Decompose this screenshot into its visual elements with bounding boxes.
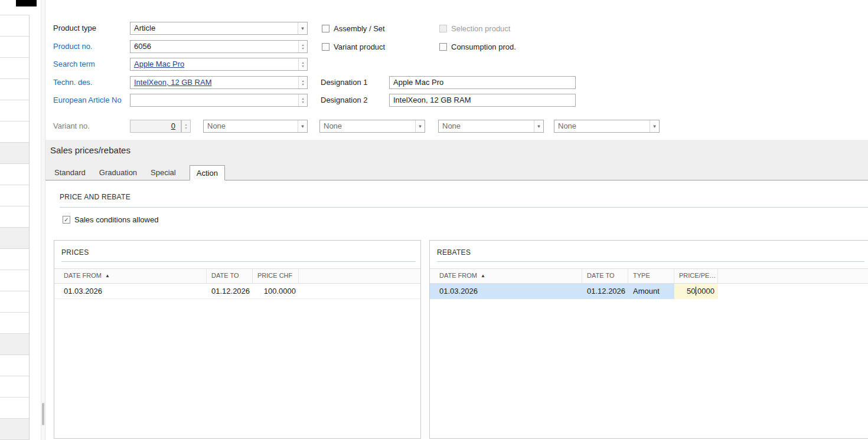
consumption-prod-checkbox[interactable]: Consumption prod.: [439, 42, 516, 51]
rebate-price-cell-editor[interactable]: 50.0000: [674, 284, 718, 299]
list-row[interactable]: [0, 164, 29, 185]
dropdown-arrow-icon[interactable]: ▾: [298, 22, 307, 34]
list-row[interactable]: [0, 249, 29, 270]
variant-select-1-value: None: [204, 120, 298, 132]
assembly-set-checkbox[interactable]: Assembly / Set: [322, 24, 385, 33]
search-term-label: Search term: [53, 58, 95, 71]
section-title: Sales prices/rebates: [50, 145, 130, 155]
list-row[interactable]: [0, 143, 29, 164]
spinner-control[interactable]: ▴▾: [298, 77, 307, 88]
column-label: DATE FROM: [64, 272, 102, 279]
column-header-blank: [299, 269, 420, 283]
search-term-value[interactable]: Apple Mac Pro: [130, 58, 298, 70]
variant-select-3-value: None: [439, 120, 534, 132]
tab-standard[interactable]: Standard: [54, 165, 86, 180]
rebates-title: REBATES: [437, 248, 471, 257]
column-header-date-to[interactable]: DATE TO: [207, 269, 253, 283]
row-blank: [718, 284, 868, 299]
techn-des-value[interactable]: IntelXeon, 12 GB RAM: [130, 77, 298, 88]
techn-des-label: Techn. des.: [53, 76, 93, 89]
vertical-scrollbar[interactable]: [41, 0, 45, 440]
designation1-input[interactable]: Apple Mac Pro: [389, 76, 576, 89]
designation1-value: Apple Mac Pro: [390, 77, 575, 88]
spin-up-icon[interactable]: ▴: [302, 80, 304, 83]
list-row[interactable]: [0, 270, 29, 291]
list-row[interactable]: [0, 79, 29, 100]
column-label: DATE FROM: [439, 272, 477, 279]
rebates-panel: REBATES DATE FROM▲ DATE TO TYPE PRICE/PE…: [429, 240, 868, 439]
list-row[interactable]: [0, 334, 29, 355]
spinner-control[interactable]: ▴▾: [298, 58, 307, 70]
variant-select-2[interactable]: None ▾: [319, 120, 425, 133]
list-row[interactable]: [0, 185, 29, 206]
spin-down-icon[interactable]: ▾: [302, 65, 304, 68]
list-row[interactable]: [0, 122, 29, 143]
list-row[interactable]: [0, 100, 29, 122]
product-no-input[interactable]: 6056 ▴▾: [130, 40, 308, 53]
list-row[interactable]: [0, 398, 29, 419]
column-header-date-to[interactable]: DATE TO: [582, 269, 628, 283]
dropdown-arrow-icon[interactable]: ▾: [534, 120, 543, 132]
list-row[interactable]: [0, 228, 29, 249]
checkbox-box[interactable]: [322, 43, 329, 51]
variant-select-3[interactable]: None ▾: [438, 120, 544, 133]
checkbox-box[interactable]: [439, 43, 447, 51]
checkbox-box[interactable]: ✓: [63, 216, 70, 224]
price-date-to: 01.12.2026: [207, 284, 253, 298]
techn-des-input[interactable]: IntelXeon, 12 GB RAM ▴▾: [130, 76, 308, 89]
list-row[interactable]: [0, 419, 29, 440]
list-row[interactable]: [0, 376, 29, 398]
list-row[interactable]: [0, 313, 29, 334]
dropdown-arrow-icon[interactable]: ▾: [298, 120, 307, 132]
column-header-price-chf[interactable]: PRICE CHF: [253, 269, 299, 283]
variant-product-checkbox[interactable]: Variant product: [322, 42, 385, 51]
spinner-control[interactable]: ▴▾: [298, 94, 307, 106]
list-row[interactable]: [0, 37, 29, 58]
variant-select-2-value: None: [320, 120, 415, 132]
spin-up-icon[interactable]: ▴: [302, 61, 304, 64]
row-blank: [299, 284, 420, 298]
tab-graduation[interactable]: Graduation: [99, 165, 137, 180]
variant-select-1[interactable]: None ▾: [203, 120, 308, 133]
tab-action[interactable]: Action: [190, 165, 225, 180]
list-row[interactable]: [0, 355, 29, 376]
price-row[interactable]: 01.03.2026 01.12.2026 100.0000: [54, 284, 420, 299]
product-type-select[interactable]: Article ▾: [130, 22, 308, 35]
rebate-row-selected[interactable]: 01.03.2026 01.12.2026 Amount 50.0000: [430, 284, 868, 299]
list-row[interactable]: [0, 58, 29, 79]
list-row[interactable]: [0, 206, 29, 228]
ean-input[interactable]: ▴▾: [130, 94, 308, 107]
column-header-date-from[interactable]: DATE FROM▲: [430, 269, 582, 283]
search-term-input[interactable]: Apple Mac Pro ▴▾: [130, 58, 308, 71]
designation2-input[interactable]: IntelXeon, 12 GB RAM: [389, 94, 576, 107]
variant-no-input[interactable]: 0: [130, 120, 181, 133]
left-list[interactable]: [0, 15, 30, 440]
spin-down-icon[interactable]: ▾: [302, 101, 304, 104]
spin-up-icon[interactable]: ▴: [302, 44, 304, 47]
spin-down-icon[interactable]: ▾: [302, 47, 304, 50]
scrollbar-thumb[interactable]: [42, 403, 44, 425]
spin-down-icon[interactable]: ▾: [302, 83, 304, 86]
price-date-from: 01.03.2026: [54, 284, 207, 298]
list-row[interactable]: [0, 15, 29, 37]
column-header-type[interactable]: TYPE: [628, 269, 674, 283]
rebates-underline: [437, 261, 864, 262]
column-header-price-per[interactable]: PRICE/PE…: [674, 269, 718, 283]
spin-up-icon[interactable]: ▴: [302, 97, 304, 100]
dropdown-arrow-icon[interactable]: ▾: [650, 120, 659, 132]
ean-label: European Article No: [53, 94, 122, 107]
checkbox-label: Variant product: [334, 42, 385, 51]
checkbox-box[interactable]: [322, 25, 329, 32]
list-row[interactable]: [0, 291, 29, 313]
dropdown-arrow-icon[interactable]: ▾: [415, 120, 425, 132]
sales-conditions-checkbox[interactable]: ✓ Sales conditions allowed: [63, 215, 158, 224]
spinner-control[interactable]: ▴▾: [298, 41, 307, 52]
spin-up-icon[interactable]: ▴: [185, 123, 187, 126]
variant-select-4[interactable]: None ▾: [554, 120, 660, 133]
spin-down-icon[interactable]: ▾: [185, 127, 187, 130]
prices-panel: PRICES DATE FROM▲ DATE TO PRICE CHF 01.0…: [54, 240, 421, 439]
tab-special[interactable]: Special: [151, 165, 176, 180]
selection-product-checkbox: Selection product: [439, 24, 510, 33]
variant-spinner[interactable]: ▴▾: [181, 120, 191, 133]
column-header-date-from[interactable]: DATE FROM▲: [54, 269, 207, 283]
